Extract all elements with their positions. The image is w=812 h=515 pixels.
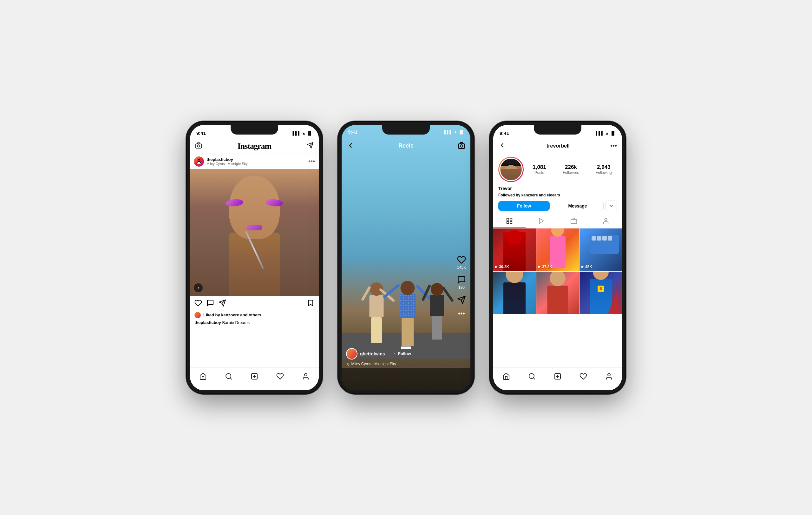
nav-home-1[interactable]: [199, 373, 207, 380]
reels-more-action[interactable]: •••: [458, 310, 465, 317]
instagram-logo: Instagram: [238, 142, 271, 151]
liked-by-text: Liked by kenzoere and others: [203, 313, 261, 317]
posts-label: Posts: [534, 170, 544, 175]
nav-add-1[interactable]: [251, 373, 258, 380]
following-label: Following: [596, 170, 612, 175]
profile-tabs: [493, 214, 622, 228]
profile-more-icon[interactable]: •••: [610, 142, 617, 149]
svg-line-18: [382, 378, 383, 379]
grid-item-3[interactable]: ▶ 45K: [580, 228, 622, 271]
profile-avatar: [499, 158, 523, 181]
status-icons-2: ▌▌▌ ▲ ▐▌: [444, 130, 464, 134]
post-header: theplasticboy Miley Cyrus · Midnight Sky…: [190, 154, 319, 169]
tab-grid[interactable]: [493, 214, 526, 228]
post-more-icon[interactable]: •••: [308, 158, 315, 165]
comment-icon[interactable]: [206, 299, 214, 308]
svg-rect-26: [507, 221, 509, 223]
nav-profile-1[interactable]: [302, 373, 310, 380]
svg-point-4: [198, 159, 200, 162]
profile-stat-posts[interactable]: 1,081 Posts: [532, 164, 546, 175]
battery-icon-3: ▐▌: [610, 131, 616, 136]
notch-3: [534, 125, 581, 135]
grid-item-2[interactable]: ▶ 37.3K: [536, 228, 579, 271]
profile-nav: trevorbell •••: [493, 139, 622, 153]
nav-profile-3[interactable]: [605, 373, 613, 380]
nav-search-1[interactable]: [225, 373, 232, 380]
reels-comments-count: 190: [458, 285, 465, 290]
send-icon[interactable]: [307, 142, 314, 151]
music-badge: ♪: [194, 283, 203, 292]
reels-user-avatar[interactable]: [346, 348, 357, 360]
status-time-2: 9:41: [348, 129, 357, 135]
svg-point-29: [605, 218, 607, 220]
reels-title: Reels: [398, 142, 414, 149]
followed-by-text: Followed by kenzoere and eloears: [498, 193, 560, 197]
svg-rect-23: [507, 218, 509, 220]
reels-like-action[interactable]: 145K: [457, 255, 466, 270]
nav-heart-3[interactable]: [580, 373, 587, 380]
caption-username: theplasticboy: [195, 320, 221, 325]
nav-heart-1[interactable]: [276, 373, 284, 380]
grid-count-text-2: 37.3K: [542, 265, 552, 269]
profile-action-buttons: Follow Message: [493, 198, 622, 214]
profile-name: Trevor: [493, 185, 622, 192]
nav-profile-2[interactable]: [454, 373, 461, 380]
profile-stat-following[interactable]: 2,943 Following: [596, 164, 612, 175]
follow-button[interactable]: Follow: [498, 201, 550, 211]
tab-reels[interactable]: [526, 214, 558, 228]
phone-2: 9:41 ▌▌▌ ▲ ▐▌ Reels: [338, 121, 474, 394]
nav-add-3[interactable]: [554, 373, 561, 380]
nav-add-2[interactable]: [402, 373, 410, 380]
like-icon[interactable]: [195, 299, 202, 308]
grid-item-6[interactable]: S: [580, 271, 622, 314]
svg-point-12: [304, 373, 307, 376]
profile-back-icon[interactable]: [498, 142, 506, 150]
nav-home-3[interactable]: [502, 373, 510, 380]
grid-count-text-1: 30.2K: [499, 265, 509, 269]
nav-search-2[interactable]: [377, 373, 384, 380]
nav-heart-2[interactable]: [428, 373, 435, 380]
signal-icon: ▌▌▌: [293, 131, 301, 136]
post-avatar[interactable]: [194, 156, 204, 167]
followers-number: 226k: [565, 164, 577, 170]
reels-share-action[interactable]: [457, 295, 466, 304]
dropdown-button[interactable]: [606, 201, 617, 211]
reels-camera-icon[interactable]: [458, 142, 465, 150]
svg-marker-27: [540, 218, 544, 223]
tab-tagged[interactable]: [590, 214, 622, 228]
grid-item-4[interactable]: [493, 271, 536, 314]
svg-point-14: [460, 145, 463, 147]
instagram-header: Instagram: [190, 139, 319, 154]
tab-igtv[interactable]: [558, 214, 590, 228]
grid-count-1: ▶ 30.2K: [495, 265, 509, 269]
post-username[interactable]: theplasticboy: [206, 157, 248, 162]
grid-item-5[interactable]: [536, 271, 579, 314]
bottom-nav-1: [190, 368, 319, 390]
reels-comment-action[interactable]: 190: [457, 276, 466, 290]
nav-home-2[interactable]: [351, 373, 358, 380]
grid-count-2: ▶ 37.3K: [538, 265, 552, 269]
share-icon[interactable]: [219, 299, 226, 308]
status-icons-1: ▌▌▌ ▲ ▐▌: [293, 131, 313, 136]
scene: 9:41 ▌▌▌ ▲ ▐▌: [0, 0, 812, 515]
camera-icon[interactable]: [195, 142, 202, 151]
message-button[interactable]: Message: [552, 201, 604, 211]
grid-item-1[interactable]: ▶ 30.2K: [493, 228, 536, 271]
notch-2: [382, 125, 430, 135]
posts-number: 1,081: [532, 164, 546, 170]
svg-rect-24: [510, 218, 512, 220]
bookmark-icon[interactable]: [307, 299, 314, 308]
profile-info-row: 1,081 Posts 226k Followers 2,943 Followi…: [493, 153, 622, 185]
reels-follow-btn[interactable]: Follow: [398, 351, 411, 356]
status-time-3: 9:41: [499, 131, 509, 136]
nav-search-3[interactable]: [528, 373, 536, 380]
svg-point-22: [456, 373, 459, 376]
phone-3: 9:41 ▌▌▌ ▲ ▐▌ trevorbell •••: [489, 121, 626, 394]
post-music: Miley Cyrus · Midnight Sky: [206, 162, 248, 166]
signal-icon-2: ▌▌▌: [444, 130, 453, 134]
reels-back-icon[interactable]: [347, 142, 354, 150]
profile-stat-followers[interactable]: 226k Followers: [563, 164, 579, 175]
status-icons-3: ▌▌▌ ▲ ▐▌: [596, 131, 616, 136]
reels-username[interactable]: ghettotwins__: [360, 351, 390, 356]
profile-avatar-wrapper[interactable]: [498, 157, 524, 182]
